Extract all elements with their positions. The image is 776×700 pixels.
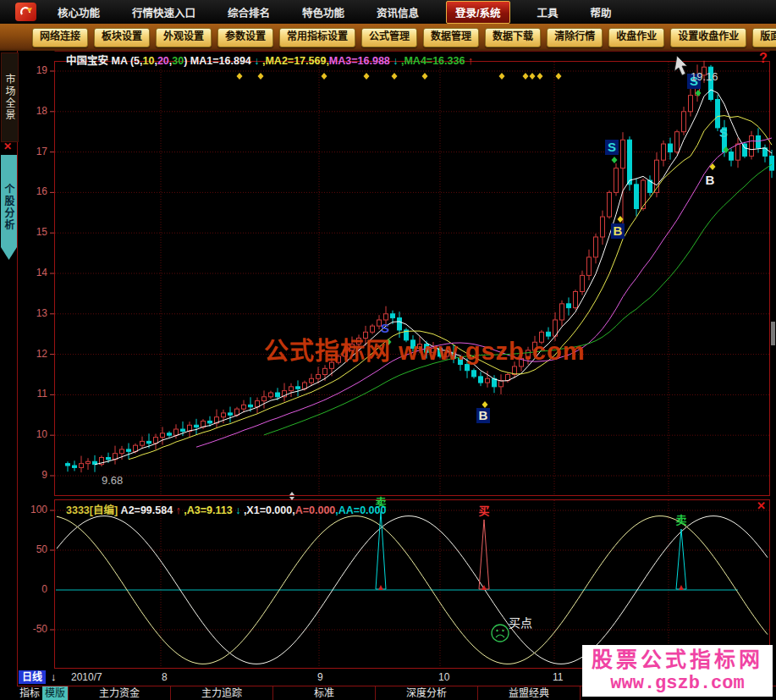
menu-item-3[interactable]: 综合排名 bbox=[223, 1, 275, 24]
toolbar-button-10[interactable]: 收盘作业 bbox=[608, 28, 664, 47]
menu-item-2[interactable]: 行情快速入口 bbox=[127, 1, 201, 24]
signal-markers: SBSBSSB bbox=[381, 74, 729, 423]
date-label: 8 bbox=[162, 671, 168, 683]
toolbar-button-4[interactable]: 参数设置 bbox=[217, 28, 273, 47]
title-part: A2=99.584 bbox=[118, 504, 175, 516]
sidebar-tab-market-overview[interactable]: 市场全景 bbox=[1, 52, 19, 142]
date-label: 11 bbox=[553, 671, 563, 683]
bottom-tab-2[interactable]: 模版 bbox=[42, 686, 68, 700]
price-tick-label: 17 bbox=[12, 146, 47, 157]
title-part: 10 bbox=[143, 55, 155, 67]
title-part: ,MA4=16.336 bbox=[399, 55, 468, 67]
title-part: MA (5, bbox=[111, 55, 142, 67]
menu-item-7[interactable]: 工具 bbox=[532, 1, 564, 24]
svg-text:B: B bbox=[614, 223, 623, 238]
high-price-label: 19.16 bbox=[691, 70, 718, 83]
price-tick-label: 10 bbox=[12, 428, 47, 440]
title-part: 3333[自编] bbox=[66, 504, 118, 516]
toolbar-button-3[interactable]: 外观设置 bbox=[156, 28, 212, 47]
title-part: 30 bbox=[172, 55, 184, 67]
svg-text:买: 买 bbox=[478, 504, 489, 517]
price-tick-label: 15 bbox=[12, 226, 47, 238]
price-tick-label: 16 bbox=[12, 185, 47, 197]
sidebar-close-icon[interactable]: ✕ bbox=[3, 141, 12, 152]
candlestick-series bbox=[66, 61, 774, 472]
bottom-tab-4[interactable]: 主力追踪 bbox=[170, 686, 272, 700]
toolbar-buttons: 网络连接板块设置外观设置参数设置常用指标设置公式管理数据管理数据下载清除行情收盘… bbox=[32, 28, 776, 47]
toolbar: 网络连接板块设置外观设置参数设置常用指标设置公式管理数据管理数据下载清除行情收盘… bbox=[0, 24, 776, 51]
help-icon[interactable]: ? bbox=[759, 51, 768, 66]
bottom-tab-6[interactable]: 深度分析 bbox=[375, 686, 477, 700]
title-part: ↑ bbox=[468, 55, 473, 67]
indicator-title: 3333[自编] A2=99.584 ↑ ,A3=9.113 ↓ ,X1=0.0… bbox=[66, 501, 386, 517]
title-part: ,A3=9.113 bbox=[181, 504, 235, 516]
buy-point-annotation: 买点 bbox=[509, 614, 532, 631]
menu-item-4[interactable]: 特色功能 bbox=[297, 1, 349, 24]
ma-line-20 bbox=[196, 138, 772, 447]
price-tick-label: 14 bbox=[12, 267, 47, 278]
toolbar-button-8[interactable]: 数据下载 bbox=[485, 28, 541, 47]
toolbar-button-9[interactable]: 清除行情 bbox=[547, 28, 603, 47]
corner-watermark: 股票公式指标网 www.gszb.com bbox=[582, 645, 773, 697]
menu-item-6[interactable]: 登录/系统 bbox=[446, 1, 509, 24]
svg-text:S: S bbox=[608, 140, 616, 154]
indicator-tick-label: 50 bbox=[12, 543, 47, 555]
menu-item-8[interactable]: 帮助 bbox=[586, 1, 617, 24]
menu-item-1[interactable]: 核心功能 bbox=[52, 1, 105, 24]
bottom-tab-3[interactable]: 主力资金 bbox=[68, 686, 170, 700]
toolbar-button-1[interactable]: 网络连接 bbox=[32, 28, 88, 47]
title-part: 中国宝安 bbox=[66, 55, 111, 67]
toolbar-button-11[interactable]: 设置收盘作业 bbox=[670, 28, 746, 47]
menu-item-5[interactable]: 资讯信息 bbox=[371, 1, 424, 24]
period-dropdown-icon[interactable]: ↓ bbox=[51, 670, 57, 683]
period-selector[interactable]: 日线 bbox=[19, 670, 46, 684]
menu-items: 核心功能行情快速入口综合排名特色功能资讯信息登录/系统工具帮助 bbox=[52, 1, 639, 24]
ma-line-10 bbox=[129, 116, 772, 460]
title-part: MA1=16.894 bbox=[190, 55, 254, 67]
toolbar-button-2[interactable]: 板块设置 bbox=[94, 28, 150, 47]
price-tick-label: 13 bbox=[12, 307, 47, 319]
cursor-arrow-icon bbox=[674, 56, 687, 75]
price-tick-label: 9 bbox=[12, 469, 47, 481]
price-tick-label: 12 bbox=[12, 348, 47, 360]
indicator-tick-label: 100 bbox=[12, 504, 47, 515]
svg-text:卖: 卖 bbox=[675, 514, 686, 526]
toolbar-button-6[interactable]: 公式管理 bbox=[361, 28, 417, 47]
title-part: ,AA=0.000 bbox=[335, 504, 386, 516]
title-part: ) bbox=[184, 55, 190, 67]
svg-text:B: B bbox=[706, 173, 715, 187]
low-price-label: 9.68 bbox=[102, 474, 123, 487]
date-label: 10 bbox=[438, 671, 449, 683]
toolbar-button-12[interactable]: 版面设计 bbox=[752, 28, 776, 47]
indicator-tick-label: 0 bbox=[12, 583, 47, 595]
price-tick-label: 11 bbox=[12, 388, 47, 400]
bottom-tab-1[interactable]: 指标 bbox=[17, 686, 42, 700]
title-part: A=0.000 bbox=[295, 504, 336, 516]
title-part: ,X1=0.000, bbox=[240, 504, 294, 516]
scrollbar-thumb[interactable] bbox=[771, 322, 775, 345]
title-part: 20 bbox=[157, 55, 169, 67]
indicator-tick-label: -50 bbox=[12, 623, 47, 635]
toolbar-button-7[interactable]: 数据管理 bbox=[423, 28, 479, 47]
svg-text:B: B bbox=[479, 408, 488, 422]
indicator-grid bbox=[50, 500, 769, 668]
menu-bar: 核心功能行情快速入口综合排名特色功能资讯信息登录/系统工具帮助 bbox=[0, 0, 776, 24]
date-label: 9 bbox=[317, 671, 323, 683]
watermark-line1: 股票公式指标网 bbox=[592, 648, 763, 672]
center-watermark: 公式指标网 www.gszb.com bbox=[264, 331, 585, 367]
main-chart-title: 中国宝安 MA (5,10,20,30) MA1=16.894 ↓ ,MA2=1… bbox=[66, 52, 473, 68]
toolbar-button-5[interactable]: 常用指标设置 bbox=[279, 28, 355, 47]
watermark-line2: www.gszb.com bbox=[610, 672, 744, 695]
date-label: 2010/7 bbox=[71, 671, 102, 683]
sad-face-icon bbox=[492, 625, 509, 642]
top-diamond-markers bbox=[237, 73, 562, 80]
bottom-tab-7[interactable]: 益盟经典 bbox=[477, 686, 580, 700]
sidebar-tab-stock-analysis[interactable]: 个股分析 bbox=[1, 155, 17, 260]
app-logo-icon[interactable] bbox=[15, 3, 36, 21]
bottom-tab-5[interactable]: 标准 bbox=[272, 686, 375, 700]
indicator-close-icon[interactable]: ✕ bbox=[757, 499, 766, 512]
main-grid bbox=[50, 62, 769, 495]
svg-text:S: S bbox=[719, 125, 728, 140]
app-window: 核心功能行情快速入口综合排名特色功能资讯信息登录/系统工具帮助 网络连接板块设置… bbox=[0, 0, 776, 700]
title-part: MA3=16.988 bbox=[329, 55, 393, 67]
